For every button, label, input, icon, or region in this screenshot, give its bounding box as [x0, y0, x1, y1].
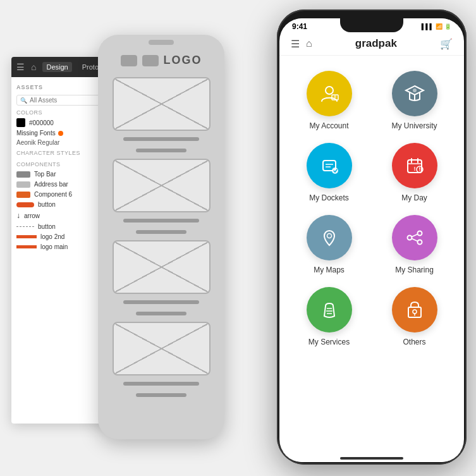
assets-label: ASSETS — [16, 84, 43, 90]
color-box-black — [16, 118, 25, 127]
wf-logo-btn-1 — [121, 55, 137, 66]
wf-card-3 — [113, 240, 211, 294]
svg-text:!: ! — [413, 166, 415, 172]
icon-label-my-day: My Day — [401, 193, 427, 202]
svg-point-16 — [419, 170, 420, 171]
icon-circle-my-account — [307, 71, 352, 116]
svg-point-0 — [326, 87, 333, 94]
button-swatch — [16, 202, 34, 207]
icon-item-others[interactable]: Others — [375, 287, 454, 346]
svg-point-19 — [407, 236, 412, 240]
dashed-swatch — [16, 226, 34, 227]
icon-label-my-dockets: My Dockets — [309, 193, 349, 202]
icon-item-my-day[interactable]: ! My Day — [375, 143, 454, 202]
icon-label-my-account: My Account — [309, 121, 348, 130]
icon-label-others: Others — [403, 338, 425, 346]
icon-label-my-university: My University — [391, 121, 437, 130]
search-icon: 🔍 — [20, 97, 27, 104]
wf-divider-5 — [123, 300, 199, 304]
svg-point-18 — [417, 231, 422, 236]
svg-point-8 — [332, 168, 338, 174]
logomain-swatch — [16, 245, 37, 248]
icon-circle-others — [392, 287, 437, 333]
battery-icon: 🔋 — [444, 23, 451, 30]
missing-fonts-label: Missing Fonts — [16, 130, 56, 137]
wf-divider-3 — [123, 219, 199, 223]
icon-circle-my-sharing — [392, 215, 437, 260]
icon-circle-my-university — [392, 71, 437, 116]
arrow-icon: ↓ — [16, 211, 20, 220]
wf-logo-text: LOGO — [164, 54, 202, 67]
icon-item-my-sharing[interactable]: My Sharing — [375, 215, 454, 274]
home-nav-icon[interactable]: ⌂ — [306, 38, 312, 49]
icon-circle-my-maps — [307, 215, 352, 260]
wf-divider-2 — [136, 149, 186, 152]
wf-card-1 — [113, 77, 211, 131]
menu-icon[interactable]: ☰ — [16, 62, 25, 72]
app-header: ☰ ⌂ gradpak 🛒 — [279, 32, 464, 56]
phone-notch — [340, 18, 403, 32]
cart-icon[interactable]: 🛒 — [440, 38, 453, 50]
icon-circle-my-services — [307, 287, 352, 333]
wf-card-4 — [113, 322, 211, 375]
wf-divider-4 — [136, 230, 186, 234]
app-title: gradpak — [355, 37, 397, 50]
wf-logo-btn-2 — [142, 55, 159, 66]
svg-line-21 — [412, 235, 417, 237]
icon-item-my-services[interactable]: My Services — [290, 287, 369, 346]
icon-circle-my-dockets — [307, 143, 352, 188]
phone-time: 9:41 — [292, 22, 307, 31]
svg-point-27 — [413, 310, 417, 314]
wf-divider-7 — [123, 382, 199, 386]
hamburger-icon[interactable]: ☰ — [291, 38, 300, 50]
wireframe-logo-area: LOGO — [121, 54, 202, 67]
wireframe-phone: LOGO — [98, 35, 224, 439]
wf-divider-1 — [123, 137, 199, 141]
svg-line-22 — [412, 239, 417, 241]
icon-item-my-university[interactable]: My University — [375, 71, 454, 130]
wf-divider-8 — [136, 393, 186, 397]
color-value: #000000 — [29, 119, 54, 126]
icon-grid: My Account My University — [279, 56, 464, 452]
phone-screen: 9:41 ▌▌▌ 📶 🔋 ☰ ⌂ gradpak 🛒 — [279, 18, 464, 462]
icon-label-my-services: My Services — [308, 338, 350, 346]
wf-card-2 — [113, 159, 211, 212]
status-icons: ▌▌▌ 📶 🔋 — [422, 23, 451, 30]
icon-label-my-sharing: My Sharing — [395, 265, 434, 274]
signal-icon: ▌▌▌ — [422, 23, 434, 30]
logo2nd-swatch — [16, 235, 37, 238]
icon-circle-my-day: ! — [392, 143, 437, 188]
svg-point-4 — [413, 88, 417, 92]
home-icon[interactable]: ⌂ — [31, 62, 36, 72]
wifi-icon: 📶 — [436, 23, 442, 30]
addressbar-swatch — [16, 181, 30, 188]
phone-home-bar — [279, 452, 464, 462]
svg-point-20 — [417, 240, 422, 245]
icon-label-my-maps: My Maps — [314, 265, 345, 274]
svg-point-17 — [327, 234, 331, 238]
icon-item-my-dockets[interactable]: My Dockets — [290, 143, 369, 202]
warning-dot — [58, 131, 63, 136]
icon-item-my-maps[interactable]: My Maps — [290, 215, 369, 274]
topbar-swatch — [16, 171, 30, 178]
tab-design[interactable]: Design — [42, 62, 71, 72]
header-left: ☰ ⌂ — [291, 38, 312, 50]
main-phone: 9:41 ▌▌▌ 📶 🔋 ☰ ⌂ gradpak 🛒 — [277, 9, 467, 465]
icon-item-my-account[interactable]: My Account — [290, 71, 369, 130]
comp6-swatch — [16, 192, 30, 198]
home-bar-line — [340, 457, 403, 460]
wf-divider-6 — [136, 312, 186, 315]
